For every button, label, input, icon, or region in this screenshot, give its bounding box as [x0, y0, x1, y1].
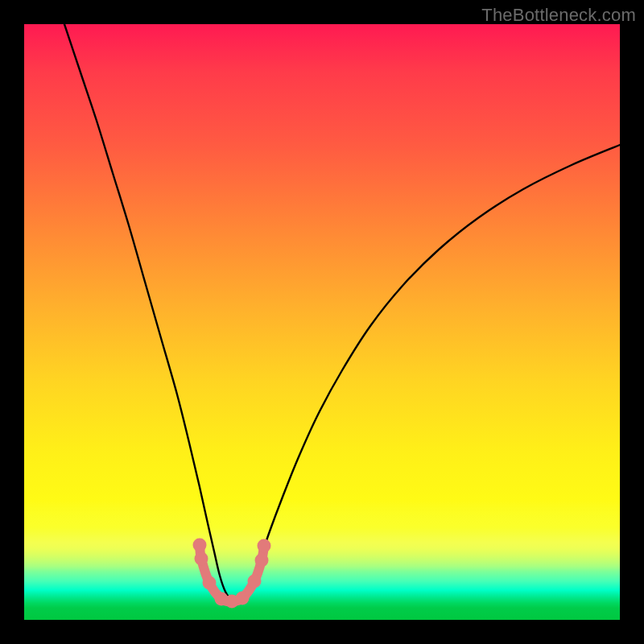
- marker-dot: [255, 554, 269, 568]
- marker-dot: [203, 576, 217, 590]
- chart-frame: TheBottleneck.com: [0, 0, 644, 644]
- bottleneck-trough-stroke: [200, 545, 264, 601]
- marker-dot: [195, 552, 208, 566]
- marker-dot: [248, 575, 262, 588]
- marker-dot: [236, 592, 250, 605]
- plot-area: [24, 24, 620, 620]
- curve-layer: [24, 24, 620, 620]
- bottleneck-curve: [64, 24, 620, 601]
- marker-dot: [258, 539, 271, 553]
- watermark-text: TheBottleneck.com: [481, 5, 636, 26]
- marker-dot: [193, 539, 207, 552]
